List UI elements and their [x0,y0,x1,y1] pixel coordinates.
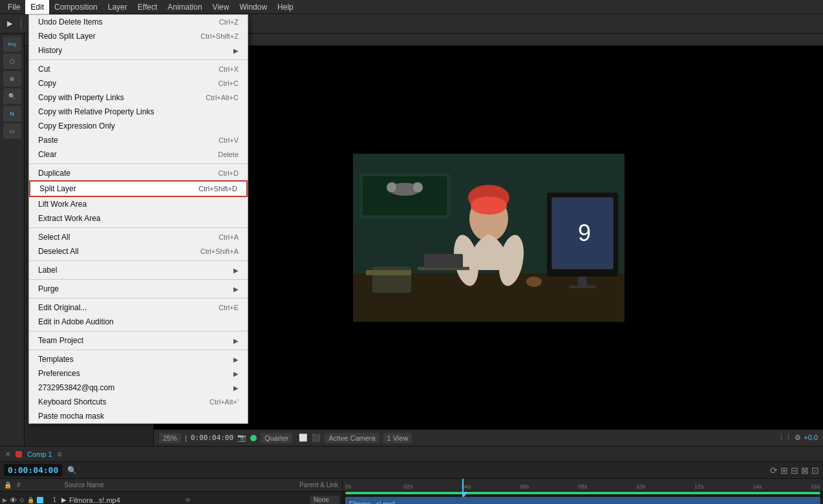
layer-solo-icon[interactable]: ⊙ [19,497,25,503]
timeline-menu-icon[interactable]: ≡ [58,450,62,459]
timeline-ctrl-3[interactable]: ⊟ [791,465,798,476]
ruler-mark-8: 16s [811,483,820,490]
separator-1 [29,59,248,60]
menu-item-paste-mocha-label: Paste mocha mask [38,412,104,421]
menu-item-templates[interactable]: Templates ▶ [29,352,248,366]
viewer-zoom[interactable]: 25% [159,433,181,443]
menu-item-paste[interactable]: Paste Ctrl+V [29,133,248,147]
menu-item-edit-original[interactable]: Edit Original... Ctrl+E [29,300,248,315]
timeline-work-area-bar [345,492,820,494]
menu-item-split-layer[interactable]: Split Layer Ctrl+Shift+D [29,180,248,197]
menu-view[interactable]: View [208,0,235,14]
menu-item-deselect-all-label: Deselect All [38,247,79,256]
timeline-color-dot [16,451,22,457]
timeline-current-time[interactable]: 0:00:04:00 [4,464,62,476]
menu-item-redo-split[interactable]: Redo Split Layer Ctrl+Shift+Z [29,29,248,43]
layer-parent-dropdown[interactable]: None [310,496,339,504]
viewer-3d-icon: ⬛ [312,434,321,442]
timeline-ctrl-5[interactable]: ⊡ [811,465,819,476]
select-tool[interactable]: ▶ [4,18,16,29]
menu-item-account[interactable]: 2732953842@qq.com ▶ [29,381,248,395]
menu-layer[interactable]: Layer [103,0,133,14]
menu-item-redo-split-shortcut: Ctrl+Shift+Z [200,32,239,40]
timeline-search-icon[interactable]: 🔍 [67,466,77,475]
viewer-camera-label[interactable]: Active Camera [325,433,379,443]
viewer-header: Composition Comp 1 ≡ [154,34,823,46]
menu-item-lift-work-area[interactable]: Lift Work Area [29,197,248,211]
separator-3 [29,227,248,228]
menu-item-purge-arrow: ▶ [233,286,239,293]
menu-item-paste-mocha[interactable]: Paste mocha mask [29,409,248,423]
layer-eye-icon[interactable]: 👁 [10,496,17,504]
video-preview: 9 [353,154,625,322]
menu-animation[interactable]: Animation [162,0,207,14]
menu-composition[interactable]: Composition [49,0,103,14]
menu-item-label[interactable]: Label ▶ [29,263,248,277]
menu-item-duplicate[interactable]: Duplicate Ctrl+D [29,166,248,180]
menu-item-history[interactable]: History ▶ [29,43,248,58]
menu-item-team-project[interactable]: Team Project ▶ [29,333,248,348]
menu-item-undo[interactable]: Undo Delete Items Ctrl+Z [29,15,248,29]
viewer-settings-icon[interactable]: ⚙ [795,434,801,442]
menu-help[interactable]: Help [272,0,299,14]
menu-item-edit-audition[interactable]: Edit in Adobe Audition [29,315,248,329]
menu-item-edit-original-shortcut: Ctrl+E [219,304,239,311]
separator-4 [29,260,248,261]
menu-item-copy-property-links[interactable]: Copy with Property Links Ctrl+Alt+C [29,90,248,105]
viewer-color-offset: +0.0 [804,434,818,442]
menu-effect[interactable]: Effect [133,0,162,14]
col-lock: 🔒 [4,481,12,488]
layer-lock-icon[interactable]: 🔒 [27,497,34,503]
menu-item-clear-label: Clear [38,150,57,159]
svg-rect-12 [578,277,587,287]
ruler-mark-5: 10s [636,483,646,490]
svg-point-18 [526,277,542,287]
timeline-close-icon[interactable]: ✕ [5,450,10,457]
left-icon-tool2[interactable]: ⊕ [3,71,21,87]
timeline-layer-bar-1: Filmora...s!.mp4 [345,497,820,504]
menu-item-copy-expression[interactable]: Copy Expression Only [29,119,248,133]
timeline-ctrl-2[interactable]: ⊞ [780,465,788,476]
menu-item-team-project-label: Team Project [38,336,83,345]
menu-item-copy-relative[interactable]: Copy with Relative Property Links [29,105,248,119]
left-icon-n[interactable]: N [3,106,21,121]
layer-number: 1 [46,496,56,503]
viewer-grid-icon[interactable]: ⋮⋮ [778,434,792,442]
timeline-layer-list: 🔒 # Source Name Parent & Link ▶ 👁 ⊙ 🔒 1 … [0,479,343,504]
left-icon-rect[interactable]: ▭ [3,123,21,139]
layer-color-swatch [37,497,43,503]
menu-item-select-all[interactable]: Select All Ctrl+A [29,230,248,244]
menu-item-copy-label: Copy [38,79,56,88]
viewer-canvas: 9 [154,46,823,429]
menu-edit[interactable]: Edit [25,0,49,14]
timeline-ctrl-1[interactable]: ⟳ [770,465,778,476]
menu-item-cut[interactable]: Cut Ctrl+X [29,62,248,76]
menu-item-clear[interactable]: Clear Delete [29,147,248,162]
viewer-view-label[interactable]: 1 View [383,433,412,443]
menu-item-keyboard-shortcuts[interactable]: Keyboard Shortcuts Ctrl+Alt+' [29,395,248,409]
layer-expand-icon[interactable]: ▶ [3,497,7,503]
menu-file[interactable]: File [3,0,25,14]
col-parent: Parent & Link [299,481,338,488]
menu-window[interactable]: Window [234,0,272,14]
menu-item-copy[interactable]: Copy Ctrl+C [29,76,248,90]
menu-item-duplicate-label: Duplicate [38,169,70,178]
toolbar-divider-1 [21,18,21,30]
left-icon-search[interactable]: 🔍 [3,89,21,104]
menu-item-purge[interactable]: Purge ▶ [29,282,248,296]
left-icon-project[interactable]: Proj [3,36,21,52]
edit-dropdown-menu: Undo Delete Items Ctrl+Z Redo Split Laye… [28,14,248,424]
layer-warp-icon[interactable]: ⟳ [186,497,191,503]
timeline-ruler: 0s 02s 04s 06s 08s 10s 12s 14s 16s [343,479,823,492]
timeline-track-area: 0s 02s 04s 06s 08s 10s 12s 14s 16s Filmo… [343,479,823,504]
menu-item-extract-work-area[interactable]: Extract Work Area [29,211,248,226]
menu-item-undo-shortcut: Ctrl+Z [219,18,239,26]
timeline-ctrl-4[interactable]: ⊠ [801,465,809,476]
left-icon-tool1[interactable]: ⬡ [3,54,21,69]
timeline-controls: 0:00:04:00 🔍 ⟳ ⊞ ⊟ ⊠ ⊡ [0,462,823,479]
viewer-screen-icon: ⬜ [299,434,308,442]
viewer-quality[interactable]: Quarter [261,433,292,443]
menu-item-preferences[interactable]: Preferences ▶ [29,366,248,381]
menu-item-cut-label: Cut [38,65,50,74]
menu-item-deselect-all[interactable]: Deselect All Ctrl+Shift+A [29,244,248,258]
